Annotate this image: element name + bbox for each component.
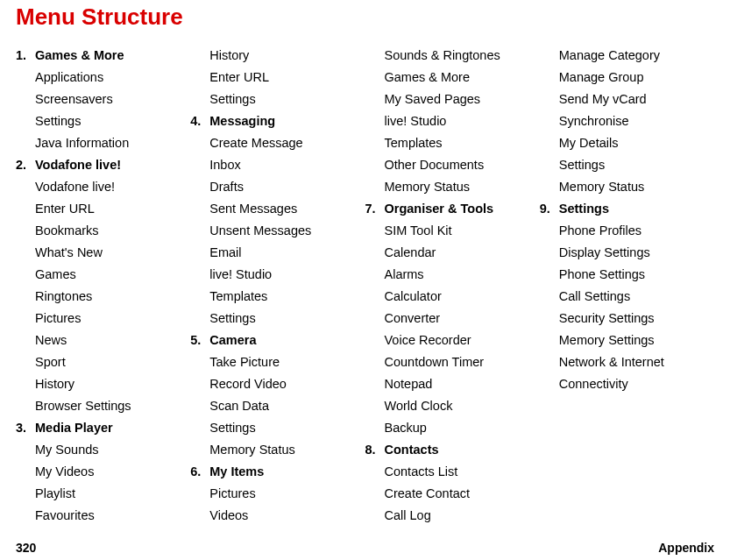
menu-item-label: Synchronise — [559, 110, 714, 132]
menu-item-label: News — [35, 330, 190, 351]
menu-item-label: Manage Category — [559, 45, 714, 67]
menu-section-header: 6.My Items — [190, 461, 365, 483]
menu-section-header: 4.Messaging — [190, 110, 365, 132]
menu-item-label: Create Message — [209, 132, 365, 154]
menu-item-label: Security Settings — [559, 308, 714, 330]
menu-item-label: SIM Tool Kit — [385, 220, 540, 242]
menu-item: Scan Data — [190, 395, 365, 417]
menu-item-label: Games & More — [35, 45, 190, 67]
menu-item: Drafts — [190, 176, 365, 198]
menu-item-label: Manage Group — [559, 67, 714, 89]
menu-item-label: Call Settings — [559, 286, 714, 308]
menu-item: Enter URL — [190, 67, 365, 89]
menu-item-label: What's New — [35, 242, 190, 264]
menu-item-label: Calculator — [385, 286, 540, 308]
menu-item: History — [16, 373, 190, 395]
menu-item-label: Countdown Timer — [385, 351, 540, 373]
menu-section-header: 7.Organiser & Tools — [365, 198, 540, 220]
menu-item-label: Voice Recorder — [385, 330, 540, 351]
menu-item-label: Notepad — [385, 373, 540, 395]
menu-item: Call Settings — [540, 286, 714, 308]
menu-item-label: Contacts — [385, 439, 540, 461]
menu-item: Games & More — [365, 67, 540, 89]
menu-item-label: Media Player — [35, 417, 190, 439]
menu-item-label: Settings — [209, 417, 365, 439]
menu-item: Memory Status — [365, 176, 540, 198]
menu-item: Other Documents — [365, 154, 540, 176]
menu-item-label: Settings — [559, 154, 714, 176]
menu-section-header: 1.Games & More — [16, 45, 190, 67]
menu-item-label: Send My vCard — [559, 89, 714, 110]
menu-item-label: Java Information — [35, 132, 190, 154]
menu-item: Pictures — [190, 483, 365, 505]
menu-item-label: Contacts List — [385, 461, 540, 483]
menu-item-label: Memory Status — [209, 439, 365, 461]
menu-item: Pictures — [16, 308, 190, 330]
menu-item-number: 2. — [16, 154, 35, 176]
menu-item: Applications — [16, 67, 190, 89]
menu-item: Browser Settings — [16, 395, 190, 417]
menu-item: Call Log — [365, 505, 540, 527]
menu-column: Manage CategoryManage GroupSend My vCard… — [540, 45, 714, 527]
menu-item-label: Videos — [209, 505, 365, 527]
menu-item: live! Studio — [190, 264, 365, 286]
menu-item-label: Vodafone live! — [35, 154, 190, 176]
menu-section-header: 9.Settings — [540, 198, 714, 220]
menu-item: Take Picture — [190, 351, 365, 373]
menu-item-number: 8. — [365, 439, 385, 461]
menu-item: Sent Messages — [190, 198, 365, 220]
page-title: Menu Structure — [16, 4, 714, 31]
menu-item-label: Converter — [385, 308, 540, 330]
menu-item: Network & Internet — [540, 351, 714, 373]
menu-section-header: 5.Camera — [190, 330, 365, 351]
menu-item-label: Take Picture — [209, 351, 365, 373]
menu-item: Java Information — [16, 132, 190, 154]
menu-item: Sounds & Ringtones — [365, 45, 540, 67]
menu-item: Settings — [540, 154, 714, 176]
menu-item-label: My Videos — [35, 461, 190, 483]
menu-item: Settings — [190, 417, 365, 439]
menu-item: Synchronise — [540, 110, 714, 132]
menu-item-label: World Clock — [385, 395, 540, 417]
menu-item-label: Settings — [209, 308, 365, 330]
menu-item: My Saved Pages — [365, 89, 540, 110]
menu-column: HistoryEnter URLSettings4.MessagingCreat… — [190, 45, 365, 527]
menu-item-label: History — [209, 45, 365, 67]
menu-item-label: Unsent Messages — [209, 220, 365, 242]
menu-item-number: 9. — [540, 198, 559, 220]
menu-item: Games — [16, 264, 190, 286]
menu-item: Record Video — [190, 373, 365, 395]
menu-item-label: Applications — [35, 67, 190, 89]
menu-section-header: 3.Media Player — [16, 417, 190, 439]
menu-item: Inbox — [190, 154, 365, 176]
menu-item-label: Phone Settings — [559, 264, 714, 286]
menu-item-label: Memory Settings — [559, 330, 714, 351]
menu-item: Alarms — [365, 264, 540, 286]
menu-item-label: Pictures — [35, 308, 190, 330]
menu-item-number: 1. — [16, 45, 35, 67]
menu-item-label: Organiser & Tools — [385, 198, 540, 220]
menu-item-number: 5. — [190, 330, 209, 351]
page-footer: 320 Appendix — [16, 541, 714, 555]
menu-item-label: My Sounds — [35, 439, 190, 461]
menu-section-header: 8.Contacts — [365, 439, 540, 461]
menu-item-label: Screensavers — [35, 89, 190, 110]
menu-item: Enter URL — [16, 198, 190, 220]
menu-item: Create Message — [190, 132, 365, 154]
menu-item-label: Vodafone live! — [35, 176, 190, 198]
menu-item: Sport — [16, 351, 190, 373]
menu-item: Manage Category — [540, 45, 714, 67]
menu-item: Phone Settings — [540, 264, 714, 286]
menu-item: Converter — [365, 308, 540, 330]
menu-item: Memory Status — [540, 176, 714, 198]
menu-item: Calculator — [365, 286, 540, 308]
menu-item-label: Templates — [385, 132, 540, 154]
menu-item-label: Settings — [35, 110, 190, 132]
menu-item-label: Memory Status — [559, 176, 714, 198]
menu-item-label: Network & Internet — [559, 351, 714, 373]
menu-item: My Details — [540, 132, 714, 154]
menu-item: Favourites — [16, 505, 190, 527]
menu-item-number: 3. — [16, 417, 35, 439]
menu-item-label: Camera — [209, 330, 365, 351]
menu-item: Phone Profiles — [540, 220, 714, 242]
